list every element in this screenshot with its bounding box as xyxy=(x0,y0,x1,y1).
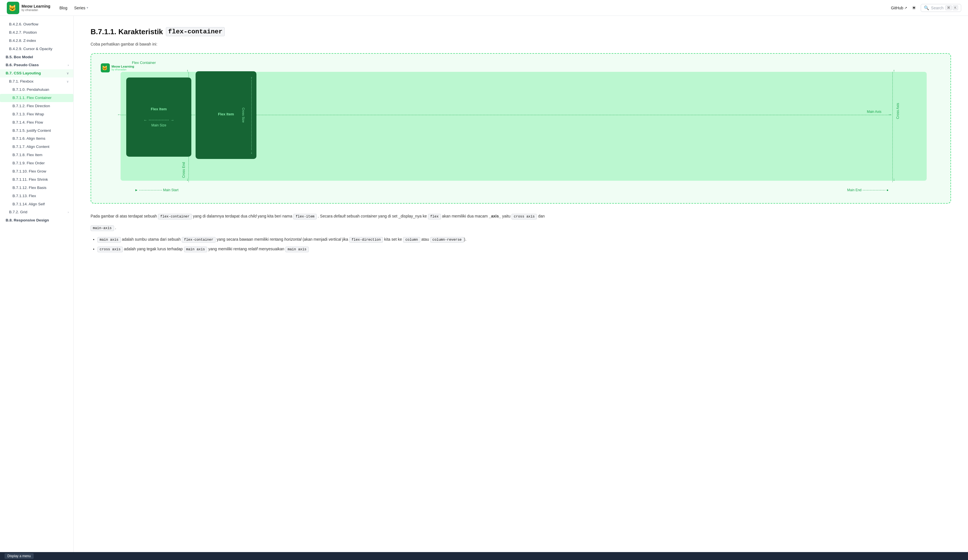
p1-em-child: child xyxy=(249,214,257,218)
sidebar-item-b71112[interactable]: B.7.1.12. Flex Basis xyxy=(0,184,73,192)
main-axis-text: Main Axis xyxy=(867,110,882,114)
sidebar-item-b71113[interactable]: B.7.1.13. Flex xyxy=(0,192,73,200)
layout: B.4.2.6. Overflow B.4.2.7. Position B.4.… xyxy=(0,16,968,560)
bullet-list: main axis adalah sumbu utama dari sebuah… xyxy=(97,236,951,252)
main-content: B.7.1.1. Karakteristik flex-container Co… xyxy=(74,16,968,560)
logo[interactable]: 🐱 Meow Learning by efranadan xyxy=(7,2,50,14)
sidebar-item-b6[interactable]: B.6. Pseudo Class › xyxy=(0,61,73,69)
p1-code-cross-axis: cross axis xyxy=(511,214,537,220)
bullet1-code-flex-container: flex-container xyxy=(182,237,215,243)
sidebar-item-b7114[interactable]: B.7.1.4. Flex Flow xyxy=(0,119,73,127)
logo-sub-text: by efranadan xyxy=(22,8,50,12)
sidebar-item-b429[interactable]: B.4.2.9. Cursor & Opacity xyxy=(0,45,73,53)
bullet1-code-column: column xyxy=(403,237,420,243)
header-right: GitHub ↗ ☀ 🔍 Search ⌘ K xyxy=(891,4,961,12)
flex-item-2-label: Flex Item xyxy=(218,112,234,116)
body-paragraph-2: main-axis . xyxy=(91,224,951,231)
display-menu-button[interactable]: Display a menu xyxy=(5,553,34,559)
sidebar-item-b7115[interactable]: B.7.1.5. justify Content xyxy=(0,127,73,135)
p1-strong-axis: _axis_ xyxy=(489,214,501,218)
sidebar-item-b5[interactable]: B.5. Box Model xyxy=(0,53,73,61)
logo-main-text: Meow Learning xyxy=(22,4,50,8)
b7-chevron-icon: ∨ xyxy=(66,71,69,76)
body-paragraph-1: Pada gambar di atas terdapat sebuah flex… xyxy=(91,213,951,220)
external-link-icon: ↗ xyxy=(904,6,907,10)
theme-toggle-button[interactable]: ☀ xyxy=(912,5,916,11)
bullet1-code-main-axis: main axis xyxy=(97,237,121,243)
cross-axis-line xyxy=(892,72,893,182)
flex-item-2: Flex Item ↑ ↓ Cross Size xyxy=(196,71,257,159)
p1-code-flex-container: flex-container xyxy=(158,214,192,220)
search-shortcuts: ⌘ K xyxy=(945,5,958,10)
diagram-logo-main: Meow Learning xyxy=(111,65,134,68)
cross-start-arrow-up-icon: ↑ xyxy=(187,68,189,73)
main-end-group: Main End ● xyxy=(847,188,888,192)
diagram-logo-sub: by efranadan xyxy=(111,68,134,71)
sidebar-item-b71[interactable]: B.7.1. Flexbox ∨ xyxy=(0,78,73,86)
diagram-logo-text: Meow Learning by efranadan xyxy=(111,65,134,71)
search-icon: 🔍 xyxy=(924,5,929,10)
sidebar-item-b7116[interactable]: B.7.1.6. Align Items xyxy=(0,135,73,143)
bullet1-em-vertical: vertical xyxy=(328,237,341,241)
page-title-prefix: B.7.1.1. Karakteristik xyxy=(91,27,163,36)
cross-axis-arrow-up-icon: ↑ xyxy=(893,68,895,73)
main-start-arrow-icon: ► xyxy=(135,188,138,192)
sidebar-item-b71110[interactable]: B.7.1.10. Flex Grow xyxy=(0,167,73,176)
search-box[interactable]: 🔍 Search ⌘ K xyxy=(921,4,961,12)
nav-series[interactable]: Series ▾ xyxy=(74,6,88,10)
sidebar-item-b427[interactable]: B.4.2.7. Position xyxy=(0,28,73,37)
cross-end-label: Cross End xyxy=(182,162,186,178)
github-link[interactable]: GitHub ↗ xyxy=(891,6,907,10)
sidebar-item-b71111[interactable]: B.7.1.11. Flex Shrink xyxy=(0,176,73,184)
p1-em-default: default xyxy=(334,214,346,218)
sidebar-item-b426[interactable]: B.4.2.6. Overflow xyxy=(0,20,73,28)
sidebar-item-b7119[interactable]: B.7.1.9. Flex Order xyxy=(0,159,73,167)
p2-code-main-axis: main-axis xyxy=(91,225,114,231)
main-start-group: ► Main Start xyxy=(135,188,179,192)
sidebar-item-b72[interactable]: B.7.2. Grid › xyxy=(0,208,73,216)
search-placeholder-text: Search xyxy=(931,6,943,10)
diagram-inner: 🐱 Meow Learning by efranadan Flex Contai… xyxy=(98,61,944,196)
flex-container-label: Flex Container xyxy=(132,61,156,65)
cross-size-line xyxy=(251,80,252,150)
svg-text:🐱: 🐱 xyxy=(102,65,108,71)
header: 🐱 Meow Learning by efranadan Blog Series… xyxy=(0,0,968,16)
sidebar-item-b7117[interactable]: B.7.1.7. Align Content xyxy=(0,143,73,151)
bottom-bar: Display a menu xyxy=(0,552,968,560)
nav-blog[interactable]: Blog xyxy=(60,6,67,10)
sidebar-item-b7118[interactable]: B.7.1.8. Flex Item xyxy=(0,151,73,159)
page-title-code: flex-container xyxy=(166,27,225,36)
sidebar-item-b71114[interactable]: B.7.1.14. Align Self xyxy=(0,200,73,208)
sidebar-item-b428[interactable]: B.4.2.8. Z-index xyxy=(0,37,73,45)
p1-code-flex: flex xyxy=(428,214,441,220)
bullet2-code-cross-axis: cross axis xyxy=(97,247,123,252)
bullet1-code-flex-direction: flex-direction xyxy=(349,237,383,243)
bullet1-code-column-reverse: column-reverse xyxy=(430,237,464,243)
cross-size-group: ↑ ↓ xyxy=(251,76,253,154)
main-start-dash xyxy=(139,190,162,190)
p1-code-flex-item: flex-item xyxy=(293,214,317,220)
flex-item-1: Flex Item ← → Main Size xyxy=(126,78,191,157)
sidebar-item-b7111[interactable]: B.7.1.1. Flex Container xyxy=(0,94,73,102)
cross-axis-arrow-down-icon: ↓ xyxy=(893,177,895,182)
sidebar-item-b7113[interactable]: B.7.1.3. Flex Wrap xyxy=(0,110,73,119)
kbd-cmd: ⌘ xyxy=(945,5,952,10)
b6-chevron-icon: › xyxy=(68,63,69,67)
main-size-label: Main Size xyxy=(151,123,166,127)
bullet-item-main-axis: main axis adalah sumbu utama dari sebuah… xyxy=(97,236,951,243)
cross-size-label: Cross Size xyxy=(242,107,245,122)
logo-icon: 🐱 xyxy=(7,2,19,14)
cross-size-arrow-up-icon: ↑ xyxy=(251,76,253,80)
sidebar-item-b710[interactable]: B.7.1.0. Pendahuluan xyxy=(0,86,73,94)
diagram-container: 🐱 Meow Learning by efranadan Flex Contai… xyxy=(91,53,951,204)
diagram-logo: 🐱 Meow Learning by efranadan xyxy=(101,63,134,73)
main-size-dash xyxy=(149,120,169,120)
main-size-row: ← → xyxy=(144,118,174,122)
sidebar-item-b7112[interactable]: B.7.1.2. Flex Direction xyxy=(0,102,73,110)
cross-axis-label: Cross Axis xyxy=(896,103,900,119)
b72-chevron-icon: › xyxy=(68,210,69,215)
sidebar-item-b8[interactable]: B.8. Responsive Design xyxy=(0,216,73,225)
sidebar-item-b7[interactable]: B.7. CSS Layouting ∨ xyxy=(0,69,73,78)
logo-text: Meow Learning by efranadan xyxy=(22,4,50,12)
series-chevron-icon: ▾ xyxy=(86,6,88,10)
